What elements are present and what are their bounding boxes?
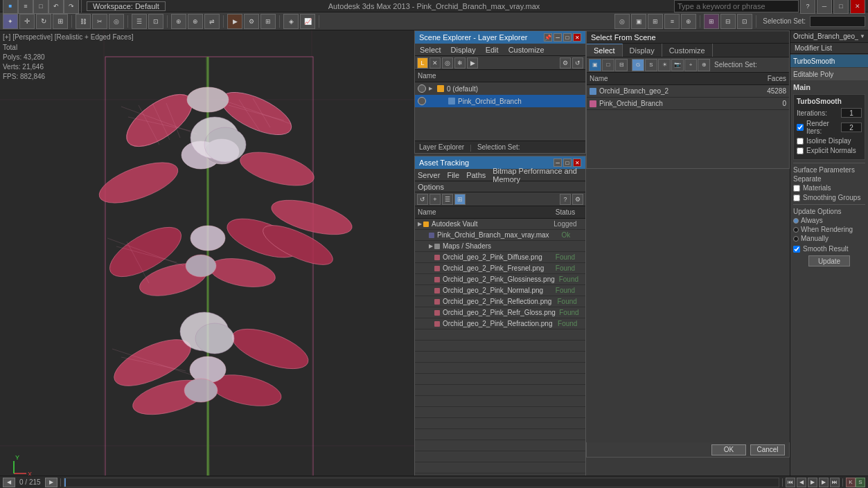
- ts-materials-check[interactable]: [793, 185, 800, 192]
- toolbar-r2[interactable]: ▣: [631, 14, 646, 29]
- sfs-ok-btn[interactable]: OK: [711, 444, 746, 455]
- at-max-btn[interactable]: □: [563, 159, 572, 167]
- se-menu-select[interactable]: Select: [418, 46, 443, 54]
- at-options[interactable]: Options: [418, 183, 444, 191]
- bind-btn[interactable]: ◎: [109, 14, 124, 29]
- at-row-maps[interactable]: ▶ Maps / Shaders: [415, 241, 585, 252]
- play-start-btn[interactable]: ⏮: [786, 478, 795, 487]
- select-btn[interactable]: ✦: [3, 14, 18, 29]
- sfs-space-btn[interactable]: ⊕: [698, 59, 710, 71]
- ts-render-iters-check[interactable]: [797, 124, 804, 131]
- render-btn[interactable]: ▶: [227, 14, 242, 29]
- sfs-helper-btn[interactable]: +: [684, 59, 697, 71]
- at-tb-refresh[interactable]: ↺: [417, 194, 428, 205]
- ts-iterations-input[interactable]: [841, 108, 862, 118]
- toolbar-r5[interactable]: ⊕: [681, 14, 696, 29]
- at-tb-view[interactable]: ☰: [442, 194, 453, 205]
- at-row-glossiness[interactable]: Orchid_geo_2_Pink_Glossiness.png Found: [415, 274, 585, 285]
- at-row-fresnel[interactable]: Orchid_geo_2_Pink_Fresnel.png Found: [415, 263, 585, 274]
- app-icon[interactable]: ■: [3, 0, 18, 14]
- sfs-row-pink-orchid[interactable]: Pink_Orchid_Branch 0: [587, 98, 789, 110]
- se-pin-btn[interactable]: 📌: [544, 33, 552, 42]
- se-menu-edit[interactable]: Edit: [484, 46, 501, 54]
- sfs-none-btn[interactable]: □: [602, 59, 614, 71]
- at-row-max[interactable]: Pink_Orchid_Branch_max_vray.max Ok: [415, 230, 585, 241]
- ts-update-btn[interactable]: Update: [808, 255, 850, 266]
- se-tb-render[interactable]: ▶: [467, 57, 478, 69]
- at-menu-bitmap[interactable]: Bitmap Performance and Memory: [493, 167, 583, 183]
- at-menu-file[interactable]: File: [447, 171, 459, 179]
- scene-btn[interactable]: ⊡: [148, 14, 163, 29]
- vp-shading[interactable]: ⊡: [737, 14, 752, 29]
- toolbar-r1[interactable]: ◎: [614, 14, 630, 29]
- tree-row-orchid[interactable]: Pink_Orchid_Branch: [415, 95, 585, 107]
- se-tb-settings[interactable]: ⚙: [560, 57, 571, 69]
- vp-layout2[interactable]: ⊟: [720, 14, 736, 29]
- play-end-btn[interactable]: ⏭: [830, 478, 840, 487]
- prev-frame-btn[interactable]: ◀: [797, 478, 806, 487]
- timeline[interactable]: [64, 478, 779, 487]
- ts-render-iters-input[interactable]: [841, 123, 862, 132]
- sfs-geo-btn[interactable]: G: [632, 59, 644, 71]
- set-key-btn[interactable]: S: [856, 478, 865, 487]
- layer-btn[interactable]: ☰: [132, 14, 147, 29]
- sfs-row-orchid-geo[interactable]: Orchid_Branch_geo_2 45288: [587, 85, 789, 98]
- ts-isoline-check[interactable]: [797, 138, 804, 145]
- sfs-shape-btn[interactable]: S: [645, 59, 657, 71]
- rotate-btn[interactable]: ↻: [36, 14, 51, 29]
- help-btn[interactable]: ?: [800, 0, 815, 14]
- at-tb-expand[interactable]: ⊞: [454, 194, 466, 205]
- unlink-btn[interactable]: ✂: [92, 14, 107, 29]
- play-btn[interactable]: ▶: [808, 478, 817, 487]
- at-row-refraction[interactable]: Orchid_geo_2_Pink_Refraction.png Found: [415, 318, 585, 329]
- snap-btn[interactable]: ⊕: [188, 14, 203, 29]
- menu-undo[interactable]: ↶: [48, 0, 64, 14]
- sfs-all-btn[interactable]: ▣: [589, 59, 601, 71]
- scale-btn[interactable]: ⊞: [53, 14, 68, 29]
- modifier-item-editable-poly[interactable]: Editable Poly: [790, 68, 868, 80]
- se-min-btn[interactable]: ─: [553, 33, 562, 42]
- sfs-cancel-btn[interactable]: Cancel: [750, 444, 785, 455]
- at-menu-paths[interactable]: Paths: [466, 171, 486, 179]
- move-btn[interactable]: ✛: [19, 14, 35, 29]
- ts-manually-radio[interactable]: [793, 236, 799, 242]
- modifier-object-dropdown[interactable]: Orchid_Branch_geo_2 ▼: [790, 30, 868, 43]
- footer-layer-explorer[interactable]: Layer Explorer: [419, 143, 464, 151]
- ts-always-radio[interactable]: [793, 218, 799, 224]
- se-tb-new[interactable]: L: [417, 57, 428, 69]
- sfs-tab-display[interactable]: Display: [623, 44, 662, 57]
- toolbar-r4[interactable]: ≡: [664, 14, 680, 29]
- se-tb-eye[interactable]: ◎: [442, 57, 453, 69]
- at-row-vault[interactable]: ▶ Autodesk Vault Logged: [415, 219, 585, 230]
- nav-next-btn[interactable]: ▶: [45, 478, 57, 487]
- layer-vis-icon-2[interactable]: [418, 97, 426, 105]
- se-tb-freeze[interactable]: ❄: [454, 57, 466, 69]
- se-menu-display[interactable]: Display: [449, 46, 478, 54]
- menu-file[interactable]: □: [33, 0, 48, 14]
- next-frame-btn[interactable]: ▶: [819, 478, 829, 487]
- sfs-cam-btn[interactable]: 📷: [671, 59, 684, 71]
- at-min-btn[interactable]: ─: [553, 159, 562, 167]
- se-menu-customize[interactable]: Customize: [506, 46, 547, 54]
- mat-editor-btn[interactable]: ◈: [283, 14, 299, 29]
- at-close-btn[interactable]: ✕: [573, 159, 581, 167]
- sfs-light-btn[interactable]: ☀: [658, 59, 671, 71]
- at-menu-server[interactable]: Server: [418, 171, 440, 179]
- se-tb-del[interactable]: ✕: [429, 57, 441, 69]
- keyframe-btn[interactable]: K: [846, 478, 856, 487]
- menu-redo[interactable]: ↷: [64, 0, 79, 14]
- render-frame-btn[interactable]: ⊞: [260, 14, 276, 29]
- se-close-btn[interactable]: ✕: [573, 33, 581, 42]
- max-btn[interactable]: □: [833, 0, 849, 14]
- search-input[interactable]: [674, 0, 799, 12]
- at-tb-help[interactable]: ?: [560, 194, 571, 205]
- at-tb-settings2[interactable]: ⚙: [572, 194, 583, 205]
- nav-prev-btn[interactable]: ◀: [3, 478, 15, 487]
- min-btn[interactable]: ─: [817, 0, 832, 14]
- ts-smooth-result-check[interactable]: [793, 246, 800, 253]
- at-row-refr-gloss[interactable]: Orchid_geo_2_Pink_Refr_Gloss.png Found: [415, 307, 585, 318]
- menu-edit[interactable]: ≡: [18, 0, 33, 14]
- magnet-btn[interactable]: ⊕: [171, 14, 186, 29]
- vp-layout[interactable]: ⊞: [704, 14, 719, 29]
- link-btn[interactable]: ⛓: [76, 14, 91, 29]
